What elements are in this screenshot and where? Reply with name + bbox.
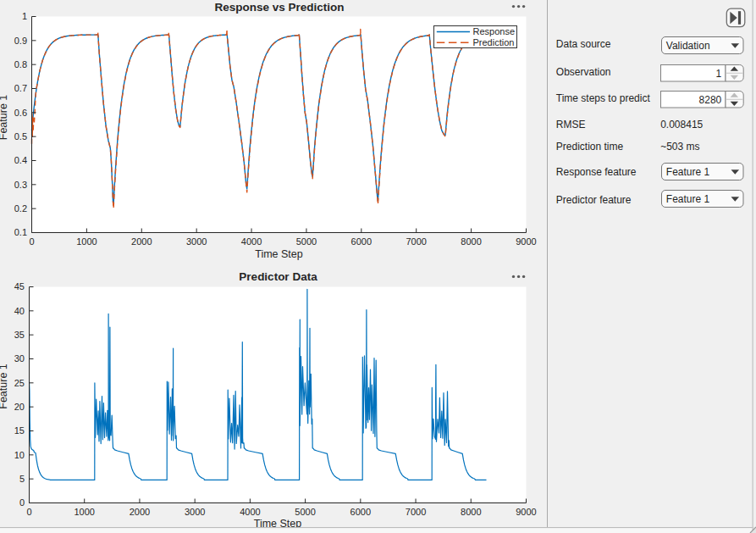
svg-text:4000: 4000 [240,507,260,517]
svg-text:0.4: 0.4 [14,155,27,165]
svg-text:0: 0 [29,236,34,247]
svg-text:8000: 8000 [461,236,481,247]
svg-text:Predictor Data: Predictor Data [239,270,317,283]
svg-text:0.9: 0.9 [14,36,27,46]
svg-text:Time Step: Time Step [255,248,303,260]
svg-text:5000: 5000 [295,507,315,517]
svg-text:4000: 4000 [241,236,262,247]
svg-text:25: 25 [14,378,25,388]
svg-text:1000: 1000 [74,507,94,517]
svg-text:0.7: 0.7 [14,83,27,93]
svg-text:0.2: 0.2 [14,203,27,214]
svg-text:Feature 1: Feature 1 [0,95,9,141]
svg-text:1000: 1000 [76,236,97,247]
svg-text:45: 45 [14,281,25,291]
svg-text:Predictor feature: Predictor feature [556,194,632,206]
svg-text:0: 0 [26,507,31,517]
svg-text:40: 40 [14,306,25,316]
svg-text:9000: 9000 [516,507,536,517]
svg-text:0.8: 0.8 [14,59,27,69]
svg-text:7000: 7000 [406,507,426,517]
svg-text:6000: 6000 [351,236,372,247]
svg-text:30: 30 [14,353,25,364]
svg-text:0.5: 0.5 [14,131,27,142]
svg-text:~503 ms: ~503 ms [660,141,699,153]
svg-text:15: 15 [14,425,25,436]
svg-text:10: 10 [14,450,25,460]
svg-text:20: 20 [14,402,25,412]
svg-text:Prediction: Prediction [473,37,515,47]
svg-text:Prediction time: Prediction time [556,141,624,153]
svg-text:0.008415: 0.008415 [660,119,703,130]
svg-text:Observation: Observation [556,66,611,78]
svg-text:3000: 3000 [186,236,207,247]
svg-text:5: 5 [19,474,25,484]
svg-text:2000: 2000 [130,507,150,517]
svg-text:1: 1 [716,68,722,80]
svg-text:6000: 6000 [350,507,371,517]
svg-text:Response vs Prediction: Response vs Prediction [214,1,344,14]
svg-text:5000: 5000 [296,236,317,247]
svg-text:1: 1 [22,11,27,21]
svg-text:0.3: 0.3 [14,180,27,190]
svg-text:0: 0 [19,497,25,508]
svg-text:2000: 2000 [131,236,152,247]
svg-text:35: 35 [14,330,25,340]
svg-text:3000: 3000 [185,507,205,517]
svg-text:Response feature: Response feature [556,166,637,178]
svg-text:Feature 1: Feature 1 [666,193,710,205]
svg-text:Data source: Data source [556,38,611,50]
svg-text:0.1: 0.1 [14,227,27,237]
svg-text:Response: Response [473,26,516,36]
svg-text:Feature 1: Feature 1 [666,166,710,178]
svg-text:0.6: 0.6 [14,108,27,118]
svg-text:7000: 7000 [406,236,426,247]
svg-text:RMSE: RMSE [556,119,586,130]
svg-text:Time steps to predict: Time steps to predict [556,92,651,104]
svg-text:Validation: Validation [666,40,710,52]
svg-text:Feature 1: Feature 1 [0,364,9,409]
svg-text:8000: 8000 [461,507,481,517]
svg-text:8280: 8280 [699,94,722,106]
svg-text:9000: 9000 [516,236,536,247]
